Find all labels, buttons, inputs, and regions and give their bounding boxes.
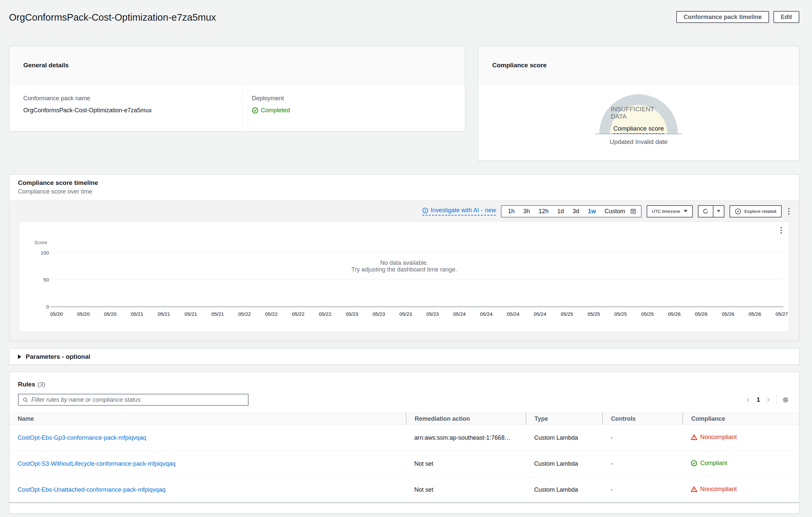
check-circle-icon (691, 460, 697, 466)
y-axis-title: Score (34, 240, 47, 245)
refresh-options-button[interactable] (714, 205, 724, 218)
x-axis-label: 05/22 (238, 311, 251, 317)
column-header-controls[interactable]: Controls (602, 413, 683, 425)
time-range-button[interactable]: 1h (503, 208, 519, 215)
x-axis-label: 05/26 (695, 311, 707, 317)
time-range-button[interactable]: 1w (583, 208, 600, 215)
rules-table-body: CostOpt-Ebs-Gp3-conformance-pack-mfpiqvq… (9, 425, 799, 503)
chevron-down-icon (684, 210, 688, 213)
compliance-label: Noncompliant (700, 486, 737, 493)
gear-icon[interactable] (782, 397, 789, 403)
investigate-with-ai-link[interactable]: Investigate with AI - new (422, 207, 496, 216)
custom-range-button[interactable]: Custom (600, 208, 629, 215)
time-range-group: 1h3h12h1d3d1wCustom (501, 205, 641, 218)
gauge-label: Compliance score (596, 125, 682, 132)
x-axis-label: 05/20 (77, 311, 90, 317)
x-axis-label: 05/21 (158, 311, 170, 317)
x-axis-label: 05/25 (614, 311, 627, 317)
x-axis-label: 05/24 (480, 311, 493, 317)
rule-controls: - (602, 460, 683, 467)
expand-triangle-icon[interactable] (18, 354, 21, 359)
rule-controls: - (602, 486, 683, 493)
rules-pagination: 1 (746, 395, 789, 405)
gridline-50 (50, 279, 783, 280)
x-axis-labels: 05/2005/2005/2005/2105/2105/2105/2105/22… (50, 311, 788, 317)
column-header-type[interactable]: Type (526, 413, 602, 425)
conformance-pack-name-label: Conformance pack name (23, 95, 242, 102)
conformance-pack-name-value: OrgConformsPack-Cost-Optimization-e7za5m… (23, 107, 242, 114)
compliance-score-card: Compliance score INSUFFICIENT DATA Compl… (478, 46, 799, 161)
timeline-card: Compliance score timeline Compliance sco… (9, 174, 799, 341)
rules-table-header: Name Remediation action Type Controls Co… (9, 412, 799, 425)
chart-empty-message: No data available. Try adjusting the das… (20, 260, 789, 273)
rules-filter-box (18, 394, 249, 406)
rule-name-link[interactable]: CostOpt-Ebs-Gp3-conformance-pack-mfpiqvq… (18, 434, 146, 441)
timeline-subtitle: Compliance score over time (18, 188, 790, 195)
rules-count: (3) (38, 381, 45, 388)
table-row: CostOpt-S3-WithoutLifecycle-conformance-… (9, 451, 799, 477)
time-range-button[interactable]: 3d (568, 208, 583, 215)
timezone-dropdown[interactable]: UTC timezone (647, 205, 693, 218)
compliance-score-chart: Score 100 50 0 No data available. Try ad… (20, 222, 789, 331)
parameters-card[interactable]: Parameters - optional (9, 349, 799, 365)
x-axis-label: 05/21 (211, 311, 224, 317)
rule-type: Custom Lambda (526, 460, 602, 467)
rule-name-link[interactable]: CostOpt-S3-WithoutLifecycle-conformance-… (18, 460, 175, 467)
column-header-compliance[interactable]: Compliance (683, 413, 799, 425)
page-number[interactable]: 1 (756, 396, 760, 403)
general-details-card: General details Conformance pack name Or… (9, 46, 465, 132)
investigate-label: Investigate with AI - (431, 207, 483, 214)
timeline-title: Compliance score timeline (18, 179, 790, 187)
gauge-updated-text: Updated Invalid date (478, 138, 799, 145)
x-axis-label: 05/25 (561, 311, 573, 317)
rule-name-link[interactable]: CostOpt-Ebs-Unattached-conformance-pack-… (18, 486, 165, 493)
next-page-icon[interactable] (765, 397, 771, 403)
x-axis-label: 05/21 (131, 311, 143, 317)
gridline-100 (50, 252, 783, 253)
x-axis-label: 05/23 (399, 311, 412, 317)
edit-button[interactable]: Edit (774, 11, 799, 23)
compliance-badge: Noncompliant (691, 486, 737, 493)
timeline-menu-kebab-icon[interactable] (787, 207, 791, 216)
timeline-card-header: Compliance score timeline Compliance sco… (9, 174, 799, 200)
pagination-divider (776, 395, 777, 405)
x-axis-label: 05/27 (775, 311, 788, 317)
explore-related-button[interactable]: Explore related (729, 205, 782, 218)
refresh-button[interactable] (698, 205, 714, 218)
x-axis-label: 05/24 (507, 311, 520, 317)
x-axis-label: 05/24 (453, 311, 466, 317)
page-actions: Conformance pack timeline Edit (676, 11, 799, 23)
parameters-title: Parameters - optional (26, 353, 90, 360)
conformance-pack-timeline-button[interactable]: Conformance pack timeline (676, 11, 769, 23)
column-header-remediation[interactable]: Remediation action (406, 413, 526, 425)
compliance-badge: Noncompliant (691, 434, 737, 441)
compliance-badge: Compliant (691, 460, 727, 467)
x-axis-label: 05/20 (50, 311, 63, 317)
time-range-button[interactable]: 12h (534, 208, 553, 215)
rule-remediation: arn:aws:ssm:ap-southeast-1:7668… (406, 434, 526, 441)
time-range-button[interactable]: 3h (519, 208, 534, 215)
rule-remediation: Not set (406, 460, 526, 467)
info-icon (422, 208, 428, 214)
table-row: CostOpt-Ebs-Gp3-conformance-pack-mfpiqvq… (9, 425, 799, 451)
rule-controls: - (602, 434, 683, 441)
calendar-icon[interactable] (630, 208, 639, 214)
rules-card: Rules (3) 1 (9, 372, 799, 514)
time-range-button[interactable]: 1d (553, 208, 568, 215)
compliance-score-gauge: INSUFFICIENT DATA Compliance score (596, 93, 682, 134)
page-title: OrgConformsPack-Cost-Optimization-e7za5m… (9, 12, 216, 23)
rules-filter-input[interactable] (31, 397, 244, 403)
chart-menu-kebab-icon[interactable] (779, 225, 783, 235)
x-axis-label: 05/23 (426, 311, 439, 317)
deployment-status: Completed (252, 107, 290, 114)
table-row: CostOpt-Ebs-Unattached-conformance-pack-… (9, 477, 799, 503)
rule-type: Custom Lambda (526, 486, 602, 493)
previous-page-icon[interactable] (746, 397, 751, 403)
x-axis-label: 05/22 (319, 311, 331, 317)
x-axis-label: 05/23 (346, 311, 358, 317)
x-axis-label: 05/22 (265, 311, 278, 317)
x-axis-label: 05/20 (104, 311, 116, 317)
search-icon (23, 397, 28, 403)
column-header-name[interactable]: Name (9, 413, 406, 425)
x-axis-label: 05/26 (722, 311, 734, 317)
